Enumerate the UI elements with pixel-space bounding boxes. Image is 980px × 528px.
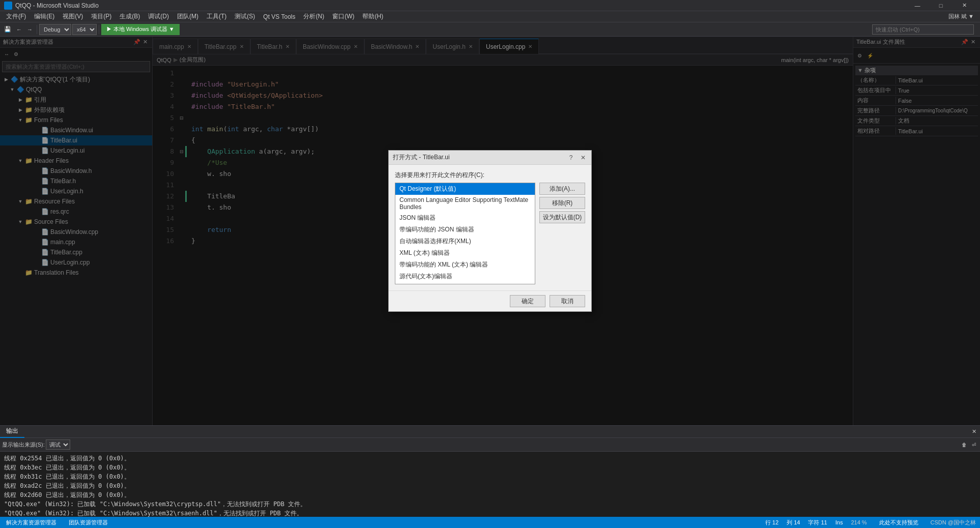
output-source-select[interactable]: 调试 xyxy=(46,439,70,450)
toolbar-sep1 xyxy=(37,25,37,34)
list-item-json-encoded[interactable]: 带编码功能的 JSON 编辑器 xyxy=(395,224,535,236)
bottom-message: 此处不支持预览 xyxy=(871,519,927,526)
menu-file[interactable]: 文件(F) xyxy=(2,11,30,22)
status-line: 行 12 xyxy=(761,519,783,526)
maximize-btn[interactable]: □ xyxy=(929,0,953,11)
dialog-label: 选择要用来打开此文件的程序(C): xyxy=(395,171,585,180)
config-dropdown[interactable]: Debug xyxy=(39,24,71,35)
menu-tools[interactable]: 工具(T) xyxy=(203,11,230,22)
status-zoom: 214 % xyxy=(847,519,871,525)
list-item-auto-select[interactable]: 自动编辑器选择程序(XML) xyxy=(395,236,535,247)
menu-window[interactable]: 窗口(W) xyxy=(328,11,358,22)
modal-overlay: 打开方式 - TitleBar.ui ? ✕ 选择要用来打开此文件的程序(C):… xyxy=(0,37,980,425)
dialog-title-bar: 打开方式 - TitleBar.ui ? ✕ xyxy=(389,151,591,165)
status-se-tab[interactable]: 解决方案资源管理器 xyxy=(0,517,63,528)
dialog-cancel-btn[interactable]: 取消 xyxy=(550,295,585,307)
user-info: 国林 斌 ▼ xyxy=(948,13,974,20)
dialog-list-row: Qt Designer (默认值) Common Language Editor… xyxy=(395,183,585,284)
menu-edit[interactable]: 编辑(E) xyxy=(30,11,59,22)
dialog-side-buttons: 添加(A)... 移除(R) 设为默认值(D) xyxy=(539,183,585,223)
run-button[interactable]: ▶ 本地 Windows 调试器 ▼ xyxy=(101,24,180,35)
menu-build[interactable]: 生成(B) xyxy=(116,11,144,22)
title-bar: QtQQ - Microsoft Visual Studio — □ ✕ xyxy=(0,0,980,11)
output-clear-btn[interactable]: 🗑 xyxy=(960,439,969,450)
list-item-xml-text[interactable]: XML (文本) 编辑器 xyxy=(395,247,535,259)
menu-test[interactable]: 测试(S) xyxy=(230,11,259,22)
toolbar-sep2 xyxy=(99,25,99,34)
output-line: 线程 0xb31c 已退出，返回值为 0 (0x0)。 xyxy=(4,472,976,481)
app-icon xyxy=(4,2,12,10)
dialog-add-btn[interactable]: 添加(A)... xyxy=(539,183,585,195)
list-item-source-editor[interactable]: 源代码(文本)编辑器 xyxy=(395,271,535,282)
menu-debug[interactable]: 调试(D) xyxy=(144,11,173,22)
output-area[interactable]: 线程 0x2554 已退出，返回值为 0 (0x0)。 线程 0xb3ec 已退… xyxy=(0,452,980,517)
dialog-title: 打开方式 - TitleBar.ui xyxy=(393,153,563,162)
output-toolbar: 显示输出来源(S): 调试 🗑 ⏎ xyxy=(0,438,980,452)
status-team-tab[interactable]: 团队资源管理器 xyxy=(63,517,114,528)
close-btn[interactable]: ✕ xyxy=(953,0,976,11)
tab-output[interactable]: 输出 xyxy=(0,426,24,438)
platform-dropdown[interactable]: x64 xyxy=(72,24,97,35)
list-item-json-editor[interactable]: JSON 编辑器 xyxy=(395,212,535,224)
list-item-qt-designer[interactable]: Qt Designer (默认值) xyxy=(395,183,535,195)
title-text: QtQQ - Microsoft Visual Studio xyxy=(15,2,906,9)
menu-qt[interactable]: Qt VS Tools xyxy=(259,12,299,21)
menu-bar: 文件(F) 编辑(E) 视图(V) 项目(P) 生成(B) 调试(D) 团队(M… xyxy=(0,11,980,22)
minimize-btn[interactable]: — xyxy=(906,0,929,11)
bottom-tab-bar: 输出 ✕ xyxy=(0,426,980,438)
dialog-program-list[interactable]: Qt Designer (默认值) Common Language Editor… xyxy=(395,183,535,284)
output-line: 线程 0xb3ec 已退出，返回值为 0 (0x0)。 xyxy=(4,463,976,472)
menu-help[interactable]: 帮助(H) xyxy=(358,11,387,22)
main-toolbar: 💾 ← → Debug x64 ▶ 本地 Windows 调试器 ▼ xyxy=(0,22,980,37)
list-item-common-lang[interactable]: Common Language Editor Supporting TextMa… xyxy=(395,195,535,212)
list-item-source-encoded[interactable]: 带有编码功能的源代码(文本)编辑器 xyxy=(395,282,535,284)
quick-search-input[interactable] xyxy=(872,24,974,35)
toolbar-back[interactable]: ← xyxy=(14,24,24,35)
window-controls: — □ ✕ xyxy=(906,0,976,11)
dialog-footer: 确定 取消 xyxy=(389,290,591,311)
toolbar-save[interactable]: 💾 xyxy=(2,24,13,35)
status-col: 列 14 xyxy=(783,519,804,526)
output-line: 线程 0x2554 已退出，返回值为 0 (0x0)。 xyxy=(4,454,976,463)
output-line: 线程 0xad2c 已退出，返回值为 0 (0x0)。 xyxy=(4,481,976,490)
dialog-close-btn[interactable]: ✕ xyxy=(579,154,587,162)
dialog-help-btn[interactable]: ? xyxy=(567,154,575,162)
dialog-default-btn[interactable]: 设为默认值(D) xyxy=(539,211,585,223)
output-wrap-btn[interactable]: ⏎ xyxy=(970,439,978,450)
list-item-xml-encoded[interactable]: 带编码功能的 XML (文本) 编辑器 xyxy=(395,259,535,271)
csdn-watermark: CSDN @国中之林 xyxy=(927,519,980,526)
bottom-panel: 输出 ✕ 显示输出来源(S): 调试 🗑 ⏎ 线程 0x2554 已退出，返回值… xyxy=(0,425,980,517)
status-chars: 字符 11 xyxy=(804,519,831,526)
dialog-remove-btn[interactable]: 移除(R) xyxy=(539,197,585,209)
menu-analyze[interactable]: 分析(N) xyxy=(299,11,328,22)
open-with-dialog: 打开方式 - TitleBar.ui ? ✕ 选择要用来打开此文件的程序(C):… xyxy=(388,150,592,312)
dialog-confirm-btn[interactable]: 确定 xyxy=(510,295,545,307)
status-mode: Ins xyxy=(831,519,847,525)
output-line: 线程 0x2d60 已退出，返回值为 0 (0x0)。 xyxy=(4,490,976,500)
menu-view[interactable]: 视图(V) xyxy=(59,11,87,22)
dialog-body: 选择要用来打开此文件的程序(C): Qt Designer (默认值) Comm… xyxy=(389,165,591,290)
output-source-label: 显示输出来源(S): xyxy=(2,441,45,449)
output-line: "QtQQ.exe" (Win32): 已加载 "C:\Windows\Syst… xyxy=(4,509,976,517)
toolbar-forward[interactable]: → xyxy=(25,24,35,35)
menu-project[interactable]: 项目(P) xyxy=(87,11,116,22)
menu-team[interactable]: 团队(M) xyxy=(173,11,203,22)
output-close-btn[interactable]: ✕ xyxy=(970,428,978,436)
output-line: "QtQQ.exe" (Win32): 已加载 "C:\Windows\Syst… xyxy=(4,500,976,509)
status-bar: 解决方案资源管理器 团队资源管理器 行 12 列 14 字符 11 Ins 21… xyxy=(0,517,980,528)
